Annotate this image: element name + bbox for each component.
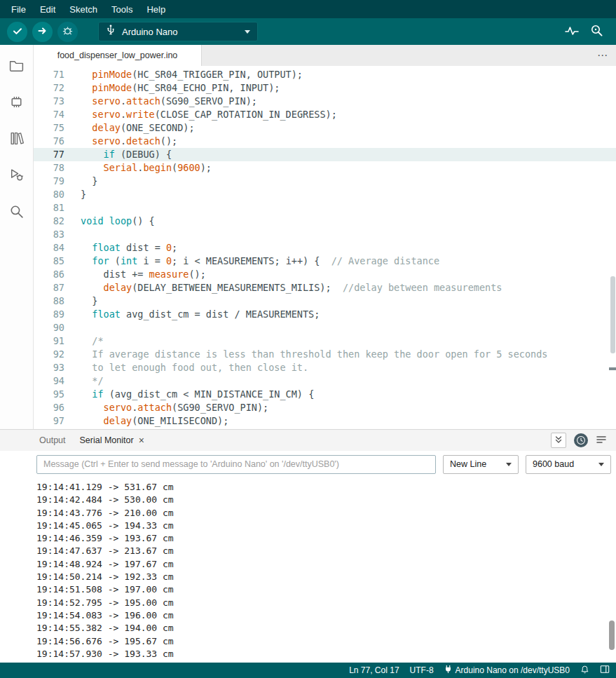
plug-icon	[444, 665, 452, 676]
tab-food-dispenser-low-power[interactable]: food_dispenser_low_power.ino	[34, 45, 202, 66]
code-line[interactable]: 95 if (avg_dist_cm < MIN_DISTANCE_IN_CM)…	[34, 388, 616, 401]
code-line[interactable]: 73 servo.attach(SG90_SERVO_PIN);	[34, 95, 616, 108]
code-line[interactable]: 84 float dist = 0;	[34, 241, 616, 255]
code-line[interactable]: 75 delay(ONE_SECOND);	[34, 121, 616, 135]
code-line[interactable]: 71 pinMode(HC_SR04_TRIGGER_PIN, OUTPUT);	[34, 68, 616, 81]
code-line[interactable]: 90	[34, 321, 616, 334]
serial-plotter-button[interactable]	[565, 25, 579, 39]
debug-play-icon	[8, 167, 25, 185]
sidebar-item-debug[interactable]	[4, 163, 30, 189]
code-line[interactable]: 85 for (int i = 0; i < MEASUREMENTS; i++…	[34, 255, 616, 268]
code-line[interactable]: 82void loop() {	[34, 215, 616, 228]
code-line[interactable]: 74 servo.write(CLOSE_CAP_ROTATION_IN_DEG…	[34, 108, 616, 121]
menu-help[interactable]: Help	[139, 4, 172, 15]
serial-line: 19:14:57.930 -> 193.33 cm	[36, 648, 616, 660]
code-line[interactable]: 77 if (DEBUG) {	[34, 148, 616, 161]
clear-output-button[interactable]	[596, 435, 607, 447]
folder-icon	[8, 57, 25, 76]
line-number: 75	[34, 121, 64, 135]
panel-actions	[551, 433, 616, 448]
tab-output[interactable]: Output	[39, 435, 66, 445]
cursor-position[interactable]: Ln 77, Col 17	[349, 665, 399, 675]
sidebar-item-library-manager[interactable]	[4, 126, 30, 153]
code-editor[interactable]: 71 pinMode(HC_SR04_TRIGGER_PIN, OUTPUT);…	[34, 66, 616, 429]
line-number: 74	[34, 108, 64, 121]
board-selector-label: Arduino Nano	[122, 27, 245, 37]
chip-icon	[8, 94, 25, 112]
code-line[interactable]: 87 delay(DELAY_BETWEEN_MEASUREMENTS_MILI…	[34, 281, 616, 294]
main-area: food_dispenser_low_power.ino ⋯ 71 pinMod…	[0, 45, 616, 429]
upload-button[interactable]	[32, 22, 53, 42]
debug-button[interactable]	[57, 22, 78, 42]
line-number: 97	[34, 414, 64, 428]
pulse-icon	[565, 25, 579, 39]
line-number: 87	[34, 281, 64, 294]
sidebar-item-sketchbook[interactable]	[4, 53, 30, 80]
serial-message-input[interactable]	[36, 455, 436, 474]
menu-tools[interactable]: Tools	[104, 4, 139, 15]
code-line[interactable]: 72 pinMode(HC_SR04_ECHO_PIN, INPUT);	[34, 81, 616, 95]
serial-line: 19:14:47.637 -> 213.67 cm	[36, 545, 616, 557]
sidebar-item-search[interactable]	[4, 199, 30, 226]
toggle-panel-button[interactable]	[600, 665, 610, 676]
line-number: 82	[34, 215, 64, 228]
tab-label: food_dispenser_low_power.ino	[57, 50, 178, 60]
toggle-timestamp-button[interactable]	[574, 433, 588, 447]
code-line[interactable]: 83	[34, 228, 616, 241]
menu-sketch[interactable]: Sketch	[62, 4, 104, 15]
code-line[interactable]: 76 servo.detach();	[34, 135, 616, 148]
baud-rate-select[interactable]: 9600 baud	[526, 455, 611, 474]
serial-line: 19:14:55.382 -> 194.00 cm	[36, 622, 616, 635]
serial-monitor-button[interactable]	[590, 24, 603, 39]
code-line[interactable]: 96 servo.attach(SG90_SERVO_PIN);	[34, 401, 616, 414]
code-line[interactable]: 98 servo.write(OPEN_CAP_ROTATION_IN_DEGR…	[34, 428, 616, 429]
arduino-ide-window: File Edit Sketch Tools Help Arduino Nano	[0, 0, 616, 678]
verify-button[interactable]	[7, 22, 27, 42]
line-number: 84	[34, 241, 64, 255]
code-line[interactable]: 92 If average distance is less than thre…	[34, 348, 616, 361]
code-line[interactable]: 79 }	[34, 175, 616, 188]
board-selector[interactable]: Arduino Nano	[98, 22, 258, 41]
line-number: 86	[34, 268, 64, 281]
serial-line: 19:14:52.795 -> 195.00 cm	[36, 597, 616, 609]
editor-scrollbar[interactable]	[610, 276, 615, 353]
serial-line: 19:14:45.065 -> 194.33 cm	[36, 520, 616, 532]
line-number: 71	[34, 68, 64, 81]
board-connection[interactable]: Arduino Nano on /dev/ttyUSB0	[444, 665, 570, 676]
menubar: File Edit Sketch Tools Help	[0, 0, 616, 18]
right-arrow-icon	[37, 25, 48, 39]
code-line[interactable]: 86 dist += measure();	[34, 268, 616, 281]
code-line[interactable]: 80}	[34, 188, 616, 201]
serial-controls: New Line 9600 baud	[0, 451, 616, 477]
code-line[interactable]: 94 */	[34, 374, 616, 388]
code-line[interactable]: 81	[34, 201, 616, 215]
code-line[interactable]: 97 delay(ONE_MILISECOND);	[34, 414, 616, 428]
toolbar-right	[565, 24, 609, 39]
code-line[interactable]: 93 to let enough food out, then close it…	[34, 361, 616, 374]
toolbar: Arduino Nano	[0, 18, 616, 45]
board-connection-label: Arduino Nano on /dev/ttyUSB0	[456, 665, 570, 675]
encoding-indicator[interactable]: UTF-8	[410, 665, 434, 675]
code-line[interactable]: 89 float avg_dist_cm = dist / MEASUREMEN…	[34, 308, 616, 321]
code-line[interactable]: 91 /*	[34, 334, 616, 348]
editor-overview-mark	[609, 367, 616, 370]
menu-file[interactable]: File	[4, 4, 33, 15]
serial-line: 19:14:43.776 -> 210.00 cm	[36, 507, 616, 520]
line-ending-select[interactable]: New Line	[443, 455, 519, 474]
line-number: 88	[34, 294, 64, 308]
serial-line: 19:14:50.214 -> 192.33 cm	[36, 571, 616, 583]
collapse-panel-button[interactable]	[551, 433, 566, 448]
line-number: 79	[34, 175, 64, 188]
code-lines: 71 pinMode(HC_SR04_TRIGGER_PIN, OUTPUT);…	[34, 68, 616, 429]
sidebar-item-boards-manager[interactable]	[4, 90, 30, 116]
close-icon[interactable]: ×	[139, 435, 144, 446]
line-number: 81	[34, 201, 64, 215]
serial-output[interactable]: 19:14:41.129 -> 531.67 cm19:14:42.484 ->…	[0, 477, 616, 663]
notifications-button[interactable]	[580, 665, 589, 677]
code-line[interactable]: 78 Serial.begin(9600);	[34, 161, 616, 175]
tab-overflow-button[interactable]: ⋯	[589, 45, 616, 66]
serial-scrollbar[interactable]	[609, 621, 615, 650]
tab-serial-monitor[interactable]: Serial Monitor ×	[80, 435, 144, 446]
code-line[interactable]: 88 }	[34, 294, 616, 308]
menu-edit[interactable]: Edit	[33, 4, 62, 15]
